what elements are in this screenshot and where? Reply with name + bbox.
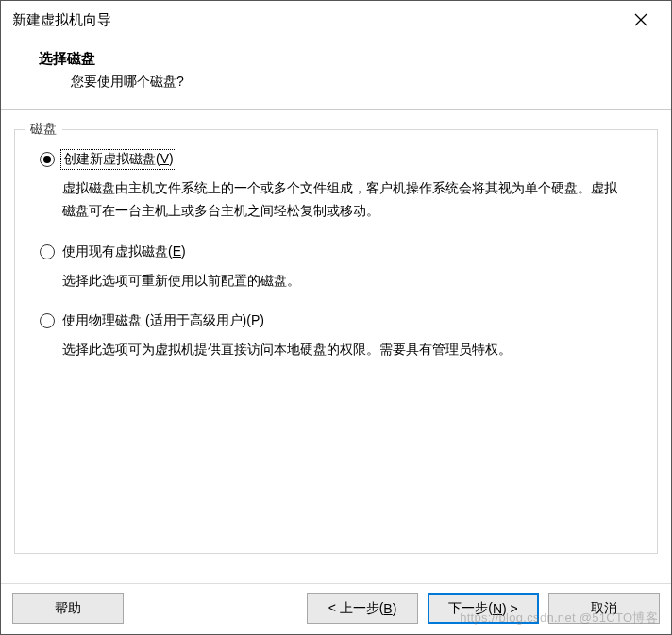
content-area: 磁盘 创建新虚拟磁盘(V) 虚拟磁盘由主机文件系统上的一个或多个文件组成，客户机… — [1, 129, 671, 554]
radio-existing-disk[interactable]: 使用现有虚拟磁盘(E) — [40, 243, 632, 260]
title-bar: 新建虚拟机向导 — [1, 1, 671, 39]
disk-fieldset: 磁盘 创建新虚拟磁盘(V) 虚拟磁盘由主机文件系统上的一个或多个文件组成，客户机… — [14, 129, 658, 554]
option-label: 使用现有虚拟磁盘(E) — [62, 243, 186, 260]
back-button[interactable]: < 上一步(B) — [307, 593, 418, 624]
close-button[interactable] — [622, 1, 660, 39]
option-description: 选择此选项可重新使用以前配置的磁盘。 — [62, 270, 619, 292]
radio-icon — [40, 244, 55, 259]
help-button[interactable]: 帮助 — [12, 593, 124, 624]
window-title: 新建虚拟机向导 — [12, 11, 622, 29]
next-button[interactable]: 下一步(N) > — [428, 593, 539, 624]
fieldset-legend: 磁盘 — [25, 121, 62, 138]
radio-icon — [40, 152, 55, 167]
option-create-new-disk: 创建新虚拟磁盘(V) 虚拟磁盘由主机文件系统上的一个或多个文件组成，客户机操作系… — [40, 151, 632, 223]
radio-physical-disk[interactable]: 使用物理磁盘 (适用于高级用户)(P) — [40, 312, 632, 329]
option-description: 虚拟磁盘由主机文件系统上的一个或多个文件组成，客户机操作系统会将其视为单个硬盘。… — [62, 177, 619, 223]
option-description: 选择此选项可为虚拟机提供直接访问本地硬盘的权限。需要具有管理员特权。 — [62, 339, 619, 361]
header-divider — [1, 109, 671, 110]
close-icon — [634, 13, 647, 26]
option-label: 使用物理磁盘 (适用于高级用户)(P) — [62, 312, 264, 329]
radio-icon — [40, 313, 55, 328]
radio-create-new-disk[interactable]: 创建新虚拟磁盘(V) — [40, 151, 632, 168]
footer-divider — [1, 583, 671, 584]
option-physical-disk: 使用物理磁盘 (适用于高级用户)(P) 选择此选项可为虚拟机提供直接访问本地硬盘… — [40, 312, 632, 361]
wizard-header: 选择磁盘 您要使用哪个磁盘? — [1, 39, 671, 109]
wizard-footer: 帮助 < 上一步(B) 下一步(N) > 取消 — [1, 583, 671, 634]
option-label: 创建新虚拟磁盘(V) — [62, 151, 175, 168]
option-existing-disk: 使用现有虚拟磁盘(E) 选择此选项可重新使用以前配置的磁盘。 — [40, 243, 632, 292]
page-heading: 选择磁盘 — [39, 50, 671, 68]
page-subheading: 您要使用哪个磁盘? — [71, 74, 671, 91]
cancel-button[interactable]: 取消 — [548, 593, 660, 624]
